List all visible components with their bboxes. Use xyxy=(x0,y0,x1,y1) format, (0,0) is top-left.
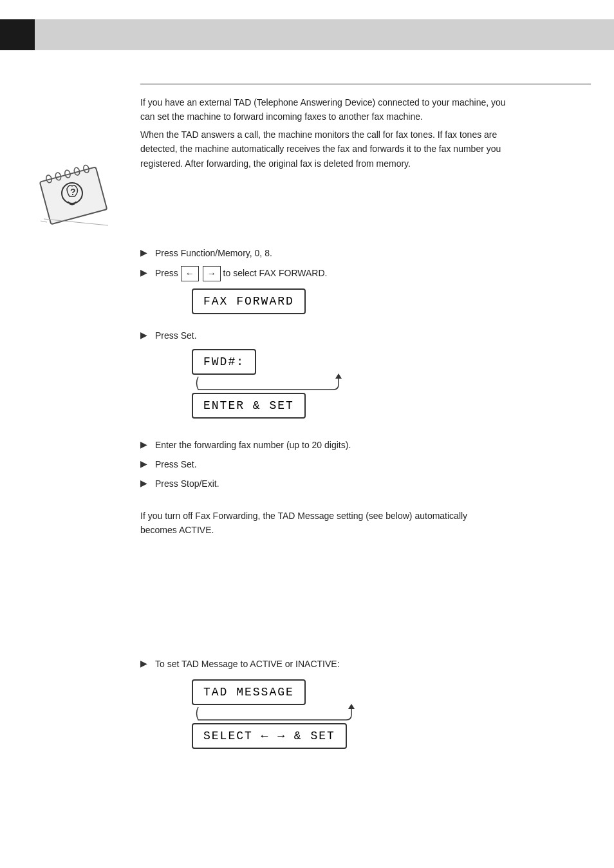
step-2-arrow: ▶ xyxy=(140,267,147,278)
step-3-text: Press Set. xyxy=(155,328,197,343)
loop-arrow-tad-svg xyxy=(192,704,359,723)
lcd-tad-group: TAD MESSAGE SELECT ← → & SET xyxy=(192,679,359,749)
lcd-fax-forward-container: FAX FORWARD xyxy=(192,288,306,314)
step-1-row: ▶ Press Function/Memory, 0, 8. xyxy=(140,246,272,260)
step-7-text: To set TAD Message to ACTIVE or INACTIVE… xyxy=(155,657,340,671)
step-4-row: ▶ Enter the forwarding fax number (up to… xyxy=(140,438,351,452)
step-7-row: ▶ To set TAD Message to ACTIVE or INACTI… xyxy=(140,657,340,671)
step-7-arrow: ▶ xyxy=(140,658,147,668)
lcd-fax-forward: FAX FORWARD xyxy=(192,288,306,314)
svg-marker-12 xyxy=(348,704,355,709)
lcd-enter-set: ENTER & SET xyxy=(192,393,306,419)
loop-arrow-svg xyxy=(192,373,346,393)
step-3-arrow: ▶ xyxy=(140,330,147,340)
step-4-arrow: ▶ xyxy=(140,439,147,449)
notebook-svg: ? xyxy=(31,158,115,229)
step-5-row: ▶ Press Set. xyxy=(140,457,197,471)
header-black-block xyxy=(0,19,35,50)
header-bar xyxy=(0,19,614,50)
nav-arrows: ← → xyxy=(181,266,221,281)
nav-arrow-right: → xyxy=(203,266,221,281)
svg-marker-11 xyxy=(335,373,342,379)
body-text-3: If you turn off Fax Forwarding, the TAD … xyxy=(140,509,591,538)
nav-arrow-left: ← xyxy=(181,266,199,281)
body-text-1: If you have an external TAD (Telephone A… xyxy=(140,95,591,124)
tip-icon: ? xyxy=(31,158,115,229)
step-6-text: Press Stop/Exit. xyxy=(155,476,219,491)
step-5-text: Press Set. xyxy=(155,457,197,471)
lcd-fwd-group: FWD#: ENTER & SET xyxy=(192,349,346,419)
step-6-row: ▶ Press Stop/Exit. xyxy=(140,476,219,491)
body-text-2: When the TAD answers a call, the machine… xyxy=(140,127,591,171)
lcd-tad-message: TAD MESSAGE xyxy=(192,679,306,705)
step-2-content: Press ← → to select FAX FORWARD. xyxy=(155,266,327,281)
step-5-arrow: ▶ xyxy=(140,458,147,469)
step-4-text: Enter the forwarding fax number (up to 2… xyxy=(155,438,351,452)
step-6-arrow: ▶ xyxy=(140,478,147,488)
lcd-select-set: SELECT ← → & SET xyxy=(192,723,347,749)
step-2-row: ▶ Press ← → to select FAX FORWARD. xyxy=(140,266,327,281)
svg-line-10 xyxy=(41,221,47,222)
lcd-fwd: FWD#: xyxy=(192,349,256,375)
section-rule xyxy=(140,84,591,84)
svg-text:?: ? xyxy=(70,187,76,197)
step-3-row: ▶ Press Set. xyxy=(140,328,197,343)
step-1-arrow: ▶ xyxy=(140,247,147,258)
step-1-text: Press Function/Memory, 0, 8. xyxy=(155,246,272,260)
